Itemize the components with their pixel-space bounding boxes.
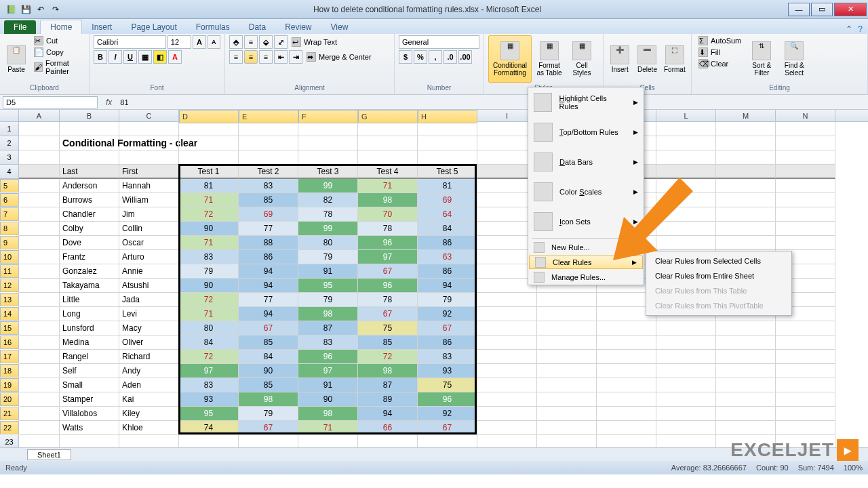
cell[interactable] xyxy=(239,435,298,447)
save-icon[interactable]: 💾 xyxy=(19,3,33,16)
cell[interactable] xyxy=(716,165,776,179)
cell[interactable]: 86 xyxy=(239,250,298,264)
cell[interactable]: 79 xyxy=(298,293,358,307)
cell[interactable]: 95 xyxy=(179,407,239,421)
cell[interactable] xyxy=(537,435,597,447)
cell[interactable] xyxy=(656,321,716,336)
increase-indent-button[interactable]: ⇥ xyxy=(289,50,302,64)
cell[interactable] xyxy=(716,207,776,222)
font-name-select[interactable]: Calibri xyxy=(94,35,166,49)
column-header[interactable]: L xyxy=(656,110,716,121)
delete-button[interactable]: ➖Delete xyxy=(635,35,659,83)
cf-new-rule[interactable]: New Rule... xyxy=(528,240,644,255)
column-header[interactable]: M xyxy=(716,110,776,121)
border-button[interactable]: ▦ xyxy=(138,50,152,64)
cell[interactable]: 78 xyxy=(358,222,418,236)
sort-filter-button[interactable]: ⇅Sort & Filter xyxy=(747,35,776,83)
cf-menu-item[interactable]: Highlight Cells Rules▶ xyxy=(528,87,644,117)
cell[interactable]: 84 xyxy=(179,336,239,350)
cell[interactable] xyxy=(537,378,597,392)
cell[interactable]: Aden xyxy=(119,378,179,392)
cell[interactable] xyxy=(597,350,656,364)
cell[interactable]: 82 xyxy=(298,193,358,207)
clear-button[interactable]: ⌫Clear xyxy=(696,58,744,69)
insert-button[interactable]: ➕Insert xyxy=(608,35,632,83)
cell[interactable]: 96 xyxy=(358,279,418,293)
cell[interactable]: 85 xyxy=(239,193,298,207)
cell[interactable] xyxy=(418,122,477,136)
cell[interactable] xyxy=(776,421,835,435)
cell[interactable] xyxy=(716,193,776,207)
cell[interactable] xyxy=(179,122,239,136)
column-header[interactable]: G xyxy=(358,110,418,123)
tab-formulas[interactable]: Formulas xyxy=(186,20,239,34)
cell[interactable]: 79 xyxy=(298,250,358,264)
cell[interactable]: 75 xyxy=(358,321,418,336)
cell[interactable]: 64 xyxy=(418,207,477,222)
cell[interactable] xyxy=(716,350,776,364)
cell[interactable]: Takayama xyxy=(60,279,119,293)
cell[interactable] xyxy=(19,435,60,447)
cell[interactable]: Villalobos xyxy=(60,407,119,421)
cell[interactable]: 98 xyxy=(239,392,298,407)
cell[interactable] xyxy=(776,179,835,193)
cell[interactable]: 85 xyxy=(239,336,298,350)
merge-center-button[interactable]: ⬌Merge & Center xyxy=(304,52,374,62)
cell[interactable] xyxy=(179,150,239,165)
maximize-button[interactable]: ▭ xyxy=(811,3,833,16)
cut-button[interactable]: ✂Cut xyxy=(31,35,85,46)
cell[interactable] xyxy=(776,207,835,222)
cell[interactable]: 93 xyxy=(418,364,477,378)
cell[interactable] xyxy=(537,293,597,307)
cell[interactable]: 94 xyxy=(418,279,477,293)
cell[interactable] xyxy=(418,150,477,165)
cell[interactable] xyxy=(19,378,60,392)
cell[interactable]: 75 xyxy=(418,378,477,392)
cell[interactable]: 96 xyxy=(358,236,418,250)
cell[interactable] xyxy=(656,336,716,350)
cell[interactable]: 71 xyxy=(179,236,239,250)
cell[interactable] xyxy=(19,165,60,179)
cell[interactable]: 79 xyxy=(239,407,298,421)
cell[interactable] xyxy=(716,336,776,350)
cell[interactable]: Hannah xyxy=(119,179,179,193)
fill-button[interactable]: ⬇Fill xyxy=(696,47,744,58)
cell[interactable]: Oliver xyxy=(119,336,179,350)
cell[interactable] xyxy=(19,307,60,321)
column-header[interactable]: H xyxy=(418,110,477,123)
cell[interactable] xyxy=(656,122,716,136)
row-header[interactable]: 5 xyxy=(0,179,19,192)
cell[interactable]: 95 xyxy=(298,279,358,293)
format-button[interactable]: ⬚Format xyxy=(663,35,687,83)
cell[interactable] xyxy=(298,122,358,136)
cell[interactable]: 67 xyxy=(418,421,477,435)
cell[interactable]: Annie xyxy=(119,264,179,279)
align-bottom-button[interactable]: ⬙ xyxy=(259,35,273,49)
cell[interactable]: Levi xyxy=(119,307,179,321)
cell[interactable] xyxy=(597,378,656,392)
row-header[interactable]: 23 xyxy=(0,435,19,447)
cell[interactable]: Richard xyxy=(119,350,179,364)
row-header[interactable]: 14 xyxy=(0,307,19,321)
cell[interactable]: 90 xyxy=(179,279,239,293)
column-header[interactable]: C xyxy=(119,110,179,121)
cell[interactable]: 91 xyxy=(298,264,358,279)
cell[interactable]: 92 xyxy=(418,307,477,321)
cell[interactable]: First xyxy=(119,165,179,179)
redo-icon[interactable]: ↷ xyxy=(49,3,62,16)
cell[interactable]: 67 xyxy=(239,421,298,435)
cell[interactable]: Atsushi xyxy=(119,279,179,293)
find-select-button[interactable]: 🔍Find & Select xyxy=(779,35,809,83)
align-right-button[interactable]: ≡ xyxy=(259,50,273,64)
cell[interactable]: Test 2 xyxy=(239,165,298,179)
cell[interactable] xyxy=(716,392,776,407)
column-header[interactable]: A xyxy=(19,110,60,121)
cell[interactable] xyxy=(776,364,835,378)
cell[interactable] xyxy=(19,421,60,435)
cell[interactable] xyxy=(19,407,60,421)
cf-menu-item[interactable]: Icon Sets▶ xyxy=(528,207,644,237)
cell[interactable]: 99 xyxy=(298,179,358,193)
cell[interactable]: Chandler xyxy=(60,207,119,222)
cell[interactable] xyxy=(656,222,716,236)
cell[interactable] xyxy=(19,193,60,207)
